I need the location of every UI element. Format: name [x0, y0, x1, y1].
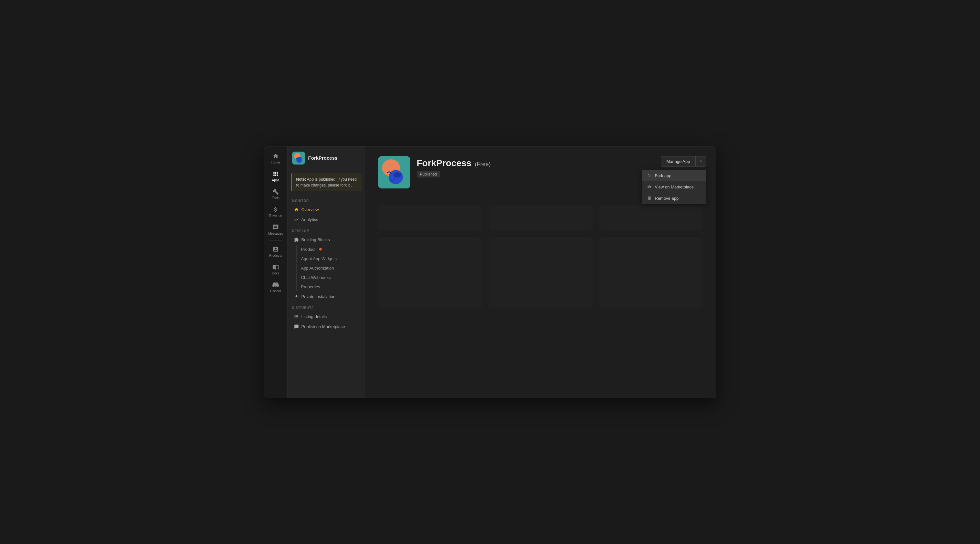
- nav-label-home: Home: [271, 161, 280, 164]
- fork-link[interactable]: fork it: [340, 183, 350, 187]
- sidebar-sub-item-product[interactable]: Product: [290, 245, 363, 254]
- tools-icon: [272, 188, 279, 195]
- sidebar-sub-item-agent-widgets[interactable]: Agent App Widgets: [290, 254, 363, 263]
- app-title-row: ForkProcess (Free): [417, 158, 703, 168]
- nav-item-messages[interactable]: Messages: [266, 222, 285, 238]
- properties-label: Properties: [301, 284, 320, 289]
- content-card-1: [378, 237, 482, 308]
- stat-card-3: [599, 205, 703, 231]
- nav-item-apps[interactable]: Apps: [266, 168, 285, 185]
- nav-item-docs[interactable]: Docs: [266, 261, 285, 278]
- content-row: [378, 237, 703, 308]
- home-small-icon: [294, 207, 299, 212]
- sidebar-app-header: ForkProcess: [288, 147, 365, 170]
- sidebar-item-private-installation[interactable]: Private installation: [290, 292, 363, 301]
- view-marketplace-label: View on Marketplace: [655, 185, 694, 190]
- stat-card-1: [378, 205, 482, 231]
- nav-item-discord[interactable]: Discord: [266, 279, 285, 295]
- messages-icon: [272, 224, 279, 230]
- home-icon: [272, 153, 279, 160]
- note-suffix: .: [351, 183, 352, 187]
- products-icon: [272, 246, 279, 252]
- app-big-icon-svg: [378, 156, 410, 188]
- eye-icon: [647, 185, 652, 189]
- nav-item-products[interactable]: Products: [266, 243, 285, 260]
- nav-label-docs: Docs: [272, 271, 280, 275]
- develop-section-label: DEVELOP: [288, 225, 365, 235]
- chevron-up-icon: [699, 159, 703, 163]
- main-body: [365, 195, 716, 318]
- sidebar-sub-item-app-authorization[interactable]: App Authorization: [290, 264, 363, 273]
- nav-label-products: Products: [269, 254, 282, 257]
- svg-rect-3: [297, 158, 302, 158]
- main-content: ForkProcess (Free) Published Manage App: [365, 147, 716, 398]
- revenue-icon: [272, 206, 279, 213]
- download-icon: [294, 294, 299, 299]
- sidebar-app-name: ForkProcess: [308, 155, 338, 161]
- app-plan: (Free): [475, 161, 491, 168]
- manage-app-arrow-button[interactable]: [696, 156, 706, 167]
- published-status: Published: [420, 172, 437, 177]
- sidebar-sub-item-properties[interactable]: Properties: [290, 282, 363, 291]
- app-title: ForkProcess: [417, 158, 472, 168]
- sidebar-item-overview[interactable]: Overview: [290, 205, 363, 214]
- app-big-icon: [378, 156, 410, 188]
- overview-label: Overview: [301, 207, 319, 212]
- docs-icon: [272, 264, 279, 270]
- dropdown-view-marketplace[interactable]: View on Marketplace: [642, 181, 706, 193]
- chat-webhooks-label: Chat Webhooks: [301, 275, 331, 280]
- nav-label-revenue: Revenue: [269, 214, 282, 217]
- agent-widgets-label: Agent App Widgets: [301, 256, 337, 261]
- nav-divider: [269, 241, 282, 241]
- apps-icon: [272, 171, 279, 177]
- manage-dropdown-menu: Fork app View on Marketplace Remove app: [642, 170, 706, 204]
- nav-label-discord: Discord: [270, 289, 281, 293]
- building-blocks-label: Building Blocks: [301, 237, 330, 242]
- manage-app-button-group: Manage App: [661, 156, 706, 167]
- nav-item-tools[interactable]: Tools: [266, 186, 285, 203]
- nav-item-revenue[interactable]: Revenue: [266, 204, 285, 220]
- app-auth-label: App Authorization: [301, 266, 334, 271]
- nav-label-apps: Apps: [272, 179, 280, 182]
- sidebar-item-analytics[interactable]: Analytics: [290, 215, 363, 224]
- svg-point-7: [393, 172, 401, 177]
- content-card-3: [599, 237, 703, 308]
- chart-icon: [294, 217, 299, 222]
- sidebar-item-building-blocks[interactable]: Building Blocks: [290, 235, 363, 244]
- product-badge: [319, 248, 322, 250]
- publish-marketplace-label: Publish on Marketplace: [301, 324, 345, 329]
- discord-icon: [272, 282, 279, 288]
- published-badge: Published: [417, 171, 441, 177]
- nav-item-home[interactable]: Home: [266, 150, 285, 167]
- sidebar-item-listing-details[interactable]: Listing details: [290, 312, 363, 321]
- fork-app-label: Fork app: [655, 173, 671, 178]
- app-window: Home Apps Tools Revenue: [264, 146, 716, 398]
- note-box: Note: App is published. If you need to m…: [291, 173, 362, 191]
- stats-row: [378, 205, 703, 231]
- analytics-label: Analytics: [301, 217, 318, 222]
- stat-card-2: [488, 205, 593, 231]
- list-icon: [294, 314, 299, 319]
- grid-icon: [294, 324, 299, 329]
- icon-nav: Home Apps Tools Revenue: [264, 147, 288, 398]
- fork-icon: [647, 173, 652, 178]
- puzzle-icon: [294, 237, 299, 242]
- manage-app-main-button[interactable]: Manage App: [661, 156, 695, 167]
- main-header: ForkProcess (Free) Published Manage App: [365, 147, 716, 195]
- product-label: Product: [301, 247, 316, 252]
- distribute-section-label: DISTRIBUTE: [288, 302, 365, 312]
- app-icon-svg: [292, 152, 305, 164]
- content-card-2: [488, 237, 593, 308]
- private-installation-label: Private installation: [301, 294, 336, 299]
- note-label: Note:: [296, 177, 306, 182]
- sidebar: ForkProcess Note: App is published. If y…: [288, 147, 365, 398]
- dropdown-fork-app[interactable]: Fork app: [642, 170, 706, 181]
- monitor-section-label: MONITOR: [288, 195, 365, 204]
- sidebar-sub-item-chat-webhooks[interactable]: Chat Webhooks: [290, 273, 363, 282]
- sidebar-item-publish-marketplace[interactable]: Publish on Marketplace: [290, 322, 363, 331]
- dropdown-remove-app[interactable]: Remove app: [642, 193, 706, 204]
- nav-label-tools: Tools: [272, 196, 279, 200]
- listing-details-label: Listing details: [301, 314, 327, 319]
- sidebar-app-icon: [292, 152, 305, 164]
- remove-app-label: Remove app: [655, 196, 679, 201]
